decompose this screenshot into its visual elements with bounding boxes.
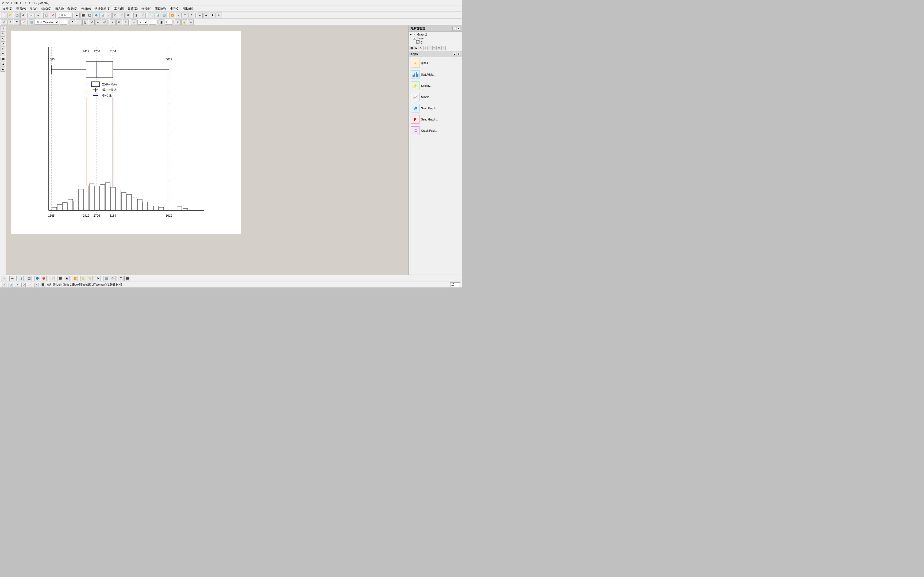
menu-file[interactable]: 文件(E) [1, 6, 14, 11]
tb-icon5[interactable]: 📊 [99, 13, 105, 18]
tb-icon11[interactable]: 𝑓 [140, 13, 146, 18]
menu-settings[interactable]: 设置(E) [126, 6, 139, 11]
italic-btn[interactable]: I [76, 19, 82, 25]
tb2-icon5[interactable]: 🔤 [29, 19, 34, 25]
more-btn[interactable]: ≫ [188, 19, 194, 25]
font-size-input[interactable] [60, 20, 67, 24]
bt-icon14[interactable]: 🔢 [103, 276, 109, 281]
app-simple[interactable]: 📈 Simple... [410, 92, 460, 102]
tb2-icon4[interactable]: 📝 [20, 19, 26, 25]
tb-icon16[interactable]: Y [182, 13, 188, 18]
bt-icon15[interactable]: ⬡ [110, 276, 115, 281]
lt-icon6[interactable]: ▼ [0, 52, 5, 56]
app-send-word[interactable]: W Send Graph... [410, 103, 460, 113]
menu-quick[interactable]: 快捷分析(S) [93, 6, 112, 11]
lt-icon8[interactable]: ◀ [0, 62, 5, 66]
tb-icon9[interactable]: ⚙ [125, 13, 131, 18]
panel-icon1[interactable]: ⬛ [410, 46, 414, 50]
lt-icon9[interactable]: ▶ [0, 67, 5, 72]
tb-icon4[interactable]: 🔷 [93, 13, 99, 18]
fill-input[interactable] [165, 20, 173, 24]
tree-layer[interactable]: Layer [410, 36, 461, 40]
line-width-input[interactable] [149, 20, 156, 24]
line-btn[interactable]: — [131, 19, 137, 25]
tb-icon1[interactable]: ▶ [74, 13, 80, 18]
app-speedy[interactable]: ⚡ Speedy... [410, 81, 460, 90]
align-btn[interactable]: ≡ [110, 19, 116, 25]
superscript-btn[interactable]: x² [89, 19, 95, 25]
panel-icon4[interactable]: ↑ [423, 46, 428, 50]
app-graph-pub[interactable]: 🖨 Graph Publi... [410, 126, 460, 135]
tb-icon12[interactable]: 📉 [148, 13, 154, 18]
apps-scroll-up[interactable]: ▲ [452, 52, 456, 56]
fill-btn[interactable]: ▓ [158, 19, 165, 25]
copy-btn[interactable]: 📋 [43, 13, 49, 18]
tb-icon19[interactable]: ➡ [203, 13, 209, 18]
new-btn[interactable]: 📄 [1, 13, 7, 18]
open-btn[interactable]: 📂 [8, 13, 13, 18]
panel-close-btn[interactable]: ✕ [457, 27, 460, 31]
menu-graph[interactable]: 图(W) [28, 6, 39, 11]
panel-minimize-btn[interactable]: _ [452, 27, 456, 31]
bt-icon8[interactable]: ⬛ [57, 276, 63, 281]
status-icon6[interactable]: ✎ [34, 283, 39, 287]
close-tb-btn[interactable]: ✕ [175, 19, 181, 25]
tree-graph2-checkbox[interactable] [413, 33, 416, 36]
panel-icon2[interactable]: ▶ [414, 46, 418, 50]
bt-icon6[interactable]: 🔴 [40, 276, 47, 281]
menu-help[interactable]: 帮助(H) [181, 6, 195, 11]
redo-btn[interactable]: ↪ [35, 13, 41, 18]
zoom-input[interactable] [58, 13, 71, 18]
bt-icon4[interactable]: 🔲 [26, 276, 32, 281]
menu-data[interactable]: 数据(D) [66, 6, 79, 11]
tb-icon21[interactable]: ⬇ [216, 13, 222, 18]
menu-analysis[interactable]: 分析(A) [80, 6, 93, 11]
lt-icon5[interactable]: ⬆ [0, 47, 5, 51]
underline-btn[interactable]: U [82, 19, 88, 25]
status-value-input[interactable] [450, 282, 460, 287]
tb-icon17[interactable]: Z [189, 13, 194, 18]
tb-icon15[interactable]: X [176, 13, 181, 18]
app-add[interactable]: + 添加A [410, 58, 460, 68]
status-icon5[interactable]: 📈 [28, 283, 32, 287]
panel-icon3[interactable]: ✎ [419, 46, 423, 50]
status-icon4[interactable]: ⬡ [21, 283, 26, 287]
menu-tools[interactable]: 工具(R) [113, 6, 126, 11]
menu-insert[interactable]: 插入(I) [53, 6, 65, 11]
bt-icon17[interactable]: ⬛ [124, 276, 130, 281]
tb-icon2[interactable]: ⬛ [80, 13, 86, 18]
menu-format[interactable]: 格式(O) [40, 6, 53, 11]
lt-icon1[interactable]: ↗ [0, 26, 5, 31]
lt-icon3[interactable]: ↖ [0, 36, 5, 41]
tb-icon7[interactable]: ⬡ [112, 13, 118, 18]
lock-btn[interactable]: 🔒 [181, 19, 187, 25]
status-icon3[interactable]: ✕ [15, 283, 19, 287]
status-icon2[interactable]: 📊 [8, 283, 13, 287]
lt-icon2[interactable]: ✎ [0, 31, 5, 36]
apps-scroll-down[interactable]: ▼ [457, 52, 460, 56]
tb-icon20[interactable]: ⬆ [210, 13, 215, 18]
bt-icon3[interactable]: 📊 [18, 276, 24, 281]
canvas-area[interactable]: 2412 2706 3184 1565 5019 25%~75% 最小~最大 中… [6, 26, 409, 275]
special-char-btn[interactable]: αβ [102, 19, 107, 25]
undo-btn[interactable]: ↩ [29, 13, 34, 18]
status-icon1[interactable]: ⚙ [2, 283, 6, 287]
save-btn[interactable]: 💾 [14, 13, 20, 18]
filter-btn[interactable]: 🔽 [169, 13, 175, 18]
bt-icon10[interactable]: 🔽 [72, 276, 78, 281]
font-select[interactable]: 默认: Times New R [35, 20, 59, 24]
color-btn[interactable]: A [123, 19, 129, 25]
tree-g1[interactable]: g1 [410, 40, 461, 44]
print-btn[interactable]: 🖨 [20, 13, 26, 18]
panel-icon6[interactable]: 🔧 [432, 46, 436, 50]
bt-icon5[interactable]: 🔵 [34, 276, 40, 281]
bold-btn[interactable]: B [69, 19, 75, 25]
panel-icon8[interactable]: ✕ [441, 46, 446, 50]
menu-connect[interactable]: 连接(N) [140, 6, 153, 11]
subscript-btn[interactable]: x₂ [95, 19, 101, 25]
app-stat[interactable]: Stat Advis... [410, 70, 460, 79]
tb-icon6[interactable]: 📈 [106, 13, 112, 18]
tb2-icon1[interactable]: 🖊 [1, 19, 7, 25]
bt-icon2[interactable]: — [10, 276, 15, 281]
tree-graph2[interactable]: ▶ Graph2 [410, 32, 461, 36]
